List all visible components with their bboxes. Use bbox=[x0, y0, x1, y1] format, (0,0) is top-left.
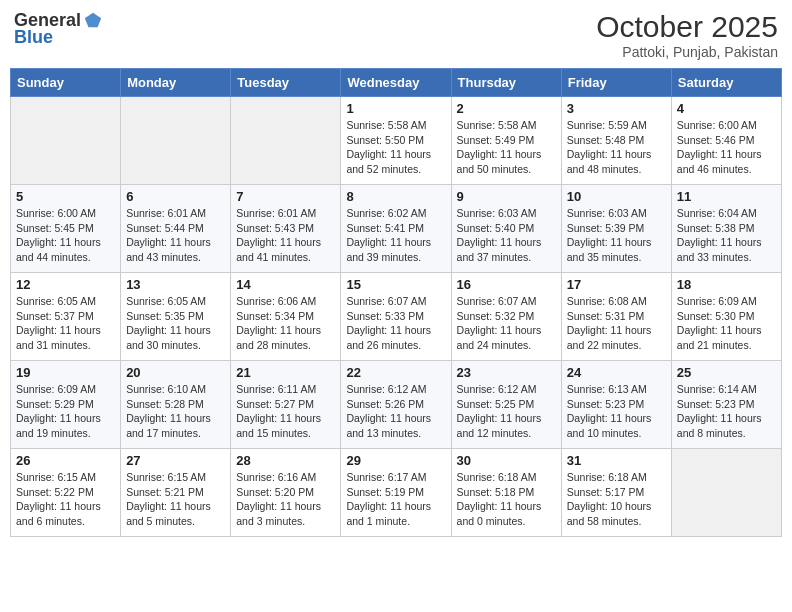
calendar-week-3: 12Sunrise: 6:05 AM Sunset: 5:37 PM Dayli… bbox=[11, 273, 782, 361]
day-info: Sunrise: 6:12 AM Sunset: 5:26 PM Dayligh… bbox=[346, 382, 445, 441]
day-number: 12 bbox=[16, 277, 115, 292]
day-info: Sunrise: 6:00 AM Sunset: 5:46 PM Dayligh… bbox=[677, 118, 776, 177]
day-number: 24 bbox=[567, 365, 666, 380]
day-info: Sunrise: 6:01 AM Sunset: 5:43 PM Dayligh… bbox=[236, 206, 335, 265]
calendar-cell: 5Sunrise: 6:00 AM Sunset: 5:45 PM Daylig… bbox=[11, 185, 121, 273]
day-number: 21 bbox=[236, 365, 335, 380]
day-number: 15 bbox=[346, 277, 445, 292]
day-info: Sunrise: 6:14 AM Sunset: 5:23 PM Dayligh… bbox=[677, 382, 776, 441]
day-info: Sunrise: 6:05 AM Sunset: 5:37 PM Dayligh… bbox=[16, 294, 115, 353]
day-number: 1 bbox=[346, 101, 445, 116]
calendar-cell: 1Sunrise: 5:58 AM Sunset: 5:50 PM Daylig… bbox=[341, 97, 451, 185]
calendar-week-2: 5Sunrise: 6:00 AM Sunset: 5:45 PM Daylig… bbox=[11, 185, 782, 273]
calendar-cell: 19Sunrise: 6:09 AM Sunset: 5:29 PM Dayli… bbox=[11, 361, 121, 449]
day-number: 22 bbox=[346, 365, 445, 380]
day-number: 16 bbox=[457, 277, 556, 292]
calendar-cell: 2Sunrise: 5:58 AM Sunset: 5:49 PM Daylig… bbox=[451, 97, 561, 185]
day-number: 7 bbox=[236, 189, 335, 204]
calendar-cell: 6Sunrise: 6:01 AM Sunset: 5:44 PM Daylig… bbox=[121, 185, 231, 273]
day-number: 29 bbox=[346, 453, 445, 468]
day-info: Sunrise: 6:06 AM Sunset: 5:34 PM Dayligh… bbox=[236, 294, 335, 353]
calendar-cell: 31Sunrise: 6:18 AM Sunset: 5:17 PM Dayli… bbox=[561, 449, 671, 537]
day-number: 11 bbox=[677, 189, 776, 204]
calendar-week-5: 26Sunrise: 6:15 AM Sunset: 5:22 PM Dayli… bbox=[11, 449, 782, 537]
day-info: Sunrise: 6:15 AM Sunset: 5:22 PM Dayligh… bbox=[16, 470, 115, 529]
calendar-cell: 11Sunrise: 6:04 AM Sunset: 5:38 PM Dayli… bbox=[671, 185, 781, 273]
calendar-cell: 25Sunrise: 6:14 AM Sunset: 5:23 PM Dayli… bbox=[671, 361, 781, 449]
calendar-cell: 27Sunrise: 6:15 AM Sunset: 5:21 PM Dayli… bbox=[121, 449, 231, 537]
calendar-cell: 8Sunrise: 6:02 AM Sunset: 5:41 PM Daylig… bbox=[341, 185, 451, 273]
day-number: 28 bbox=[236, 453, 335, 468]
day-info: Sunrise: 6:07 AM Sunset: 5:32 PM Dayligh… bbox=[457, 294, 556, 353]
calendar-cell bbox=[671, 449, 781, 537]
month-title: October 2025 bbox=[596, 10, 778, 44]
weekday-header-tuesday: Tuesday bbox=[231, 69, 341, 97]
day-number: 19 bbox=[16, 365, 115, 380]
day-info: Sunrise: 6:15 AM Sunset: 5:21 PM Dayligh… bbox=[126, 470, 225, 529]
weekday-header-monday: Monday bbox=[121, 69, 231, 97]
day-info: Sunrise: 6:12 AM Sunset: 5:25 PM Dayligh… bbox=[457, 382, 556, 441]
location-subtitle: Pattoki, Punjab, Pakistan bbox=[596, 44, 778, 60]
day-info: Sunrise: 6:05 AM Sunset: 5:35 PM Dayligh… bbox=[126, 294, 225, 353]
day-number: 17 bbox=[567, 277, 666, 292]
calendar-cell: 13Sunrise: 6:05 AM Sunset: 5:35 PM Dayli… bbox=[121, 273, 231, 361]
day-number: 23 bbox=[457, 365, 556, 380]
day-number: 30 bbox=[457, 453, 556, 468]
day-info: Sunrise: 6:16 AM Sunset: 5:20 PM Dayligh… bbox=[236, 470, 335, 529]
day-number: 20 bbox=[126, 365, 225, 380]
day-info: Sunrise: 6:07 AM Sunset: 5:33 PM Dayligh… bbox=[346, 294, 445, 353]
day-info: Sunrise: 6:13 AM Sunset: 5:23 PM Dayligh… bbox=[567, 382, 666, 441]
day-info: Sunrise: 5:59 AM Sunset: 5:48 PM Dayligh… bbox=[567, 118, 666, 177]
calendar-cell bbox=[11, 97, 121, 185]
calendar-cell: 17Sunrise: 6:08 AM Sunset: 5:31 PM Dayli… bbox=[561, 273, 671, 361]
day-info: Sunrise: 6:09 AM Sunset: 5:29 PM Dayligh… bbox=[16, 382, 115, 441]
day-number: 6 bbox=[126, 189, 225, 204]
day-info: Sunrise: 6:11 AM Sunset: 5:27 PM Dayligh… bbox=[236, 382, 335, 441]
calendar-cell: 18Sunrise: 6:09 AM Sunset: 5:30 PM Dayli… bbox=[671, 273, 781, 361]
day-info: Sunrise: 6:03 AM Sunset: 5:40 PM Dayligh… bbox=[457, 206, 556, 265]
day-number: 9 bbox=[457, 189, 556, 204]
day-info: Sunrise: 6:03 AM Sunset: 5:39 PM Dayligh… bbox=[567, 206, 666, 265]
day-info: Sunrise: 6:00 AM Sunset: 5:45 PM Dayligh… bbox=[16, 206, 115, 265]
calendar-week-4: 19Sunrise: 6:09 AM Sunset: 5:29 PM Dayli… bbox=[11, 361, 782, 449]
title-block: October 2025 Pattoki, Punjab, Pakistan bbox=[596, 10, 778, 60]
calendar-cell bbox=[231, 97, 341, 185]
day-number: 13 bbox=[126, 277, 225, 292]
calendar-week-1: 1Sunrise: 5:58 AM Sunset: 5:50 PM Daylig… bbox=[11, 97, 782, 185]
day-number: 3 bbox=[567, 101, 666, 116]
day-number: 4 bbox=[677, 101, 776, 116]
calendar-cell: 26Sunrise: 6:15 AM Sunset: 5:22 PM Dayli… bbox=[11, 449, 121, 537]
page-header: General Blue October 2025 Pattoki, Punja… bbox=[10, 10, 782, 60]
calendar-cell: 29Sunrise: 6:17 AM Sunset: 5:19 PM Dayli… bbox=[341, 449, 451, 537]
day-number: 25 bbox=[677, 365, 776, 380]
calendar-cell: 30Sunrise: 6:18 AM Sunset: 5:18 PM Dayli… bbox=[451, 449, 561, 537]
calendar-cell: 12Sunrise: 6:05 AM Sunset: 5:37 PM Dayli… bbox=[11, 273, 121, 361]
calendar-cell: 24Sunrise: 6:13 AM Sunset: 5:23 PM Dayli… bbox=[561, 361, 671, 449]
day-info: Sunrise: 5:58 AM Sunset: 5:50 PM Dayligh… bbox=[346, 118, 445, 177]
day-number: 27 bbox=[126, 453, 225, 468]
calendar-cell: 22Sunrise: 6:12 AM Sunset: 5:26 PM Dayli… bbox=[341, 361, 451, 449]
day-info: Sunrise: 5:58 AM Sunset: 5:49 PM Dayligh… bbox=[457, 118, 556, 177]
logo-blue-text: Blue bbox=[14, 27, 53, 48]
calendar-cell: 9Sunrise: 6:03 AM Sunset: 5:40 PM Daylig… bbox=[451, 185, 561, 273]
weekday-header-thursday: Thursday bbox=[451, 69, 561, 97]
calendar-cell: 23Sunrise: 6:12 AM Sunset: 5:25 PM Dayli… bbox=[451, 361, 561, 449]
logo: General Blue bbox=[14, 10, 103, 48]
day-info: Sunrise: 6:18 AM Sunset: 5:17 PM Dayligh… bbox=[567, 470, 666, 529]
day-info: Sunrise: 6:18 AM Sunset: 5:18 PM Dayligh… bbox=[457, 470, 556, 529]
day-info: Sunrise: 6:08 AM Sunset: 5:31 PM Dayligh… bbox=[567, 294, 666, 353]
day-info: Sunrise: 6:17 AM Sunset: 5:19 PM Dayligh… bbox=[346, 470, 445, 529]
day-info: Sunrise: 6:02 AM Sunset: 5:41 PM Dayligh… bbox=[346, 206, 445, 265]
calendar-cell: 20Sunrise: 6:10 AM Sunset: 5:28 PM Dayli… bbox=[121, 361, 231, 449]
day-info: Sunrise: 6:10 AM Sunset: 5:28 PM Dayligh… bbox=[126, 382, 225, 441]
calendar-cell: 10Sunrise: 6:03 AM Sunset: 5:39 PM Dayli… bbox=[561, 185, 671, 273]
calendar-cell bbox=[121, 97, 231, 185]
day-number: 10 bbox=[567, 189, 666, 204]
day-number: 26 bbox=[16, 453, 115, 468]
calendar-cell: 4Sunrise: 6:00 AM Sunset: 5:46 PM Daylig… bbox=[671, 97, 781, 185]
weekday-header-sunday: Sunday bbox=[11, 69, 121, 97]
calendar-table: SundayMondayTuesdayWednesdayThursdayFrid… bbox=[10, 68, 782, 537]
weekday-header-saturday: Saturday bbox=[671, 69, 781, 97]
calendar-cell: 16Sunrise: 6:07 AM Sunset: 5:32 PM Dayli… bbox=[451, 273, 561, 361]
day-number: 5 bbox=[16, 189, 115, 204]
